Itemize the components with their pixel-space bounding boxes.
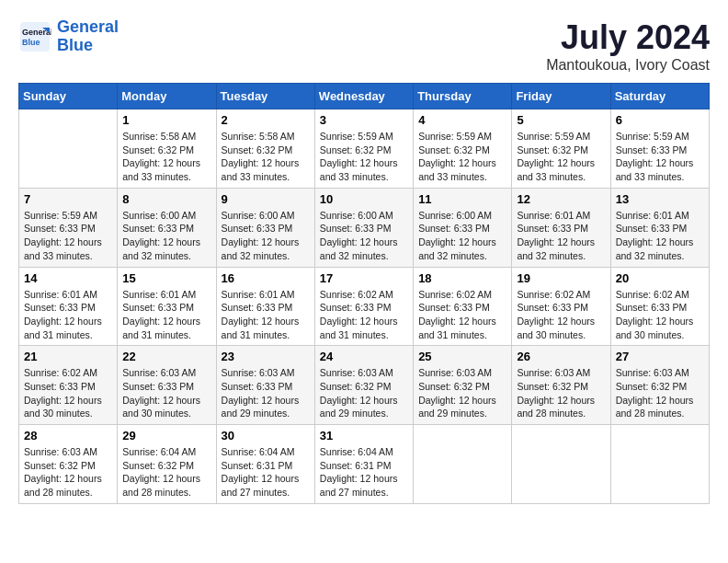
weekday-header: Sunday xyxy=(19,84,118,109)
day-number: 4 xyxy=(418,113,506,127)
day-info: Sunrise: 6:04 AMSunset: 6:32 PMDaylight:… xyxy=(122,445,210,500)
calendar-table: SundayMondayTuesdayWednesdayThursdayFrid… xyxy=(18,83,710,504)
calendar-day-cell xyxy=(610,425,709,504)
weekday-header: Monday xyxy=(118,84,216,109)
weekday-header: Wednesday xyxy=(314,84,413,109)
calendar-day-cell: 3Sunrise: 5:59 AMSunset: 6:32 PMDaylight… xyxy=(314,109,413,189)
day-number: 22 xyxy=(122,350,210,363)
calendar-day-cell: 27Sunrise: 6:03 AMSunset: 6:32 PMDayligh… xyxy=(610,346,709,425)
day-number: 17 xyxy=(320,271,408,285)
day-number: 2 xyxy=(222,113,310,127)
day-number: 21 xyxy=(24,350,112,363)
day-info: Sunrise: 6:01 AMSunset: 6:33 PMDaylight:… xyxy=(24,288,112,342)
weekday-header: Thursday xyxy=(414,84,512,109)
weekday-header-row: SundayMondayTuesdayWednesdayThursdayFrid… xyxy=(19,84,710,109)
day-info: Sunrise: 5:59 AMSunset: 6:33 PMDaylight:… xyxy=(616,130,704,184)
calendar-day-cell: 28Sunrise: 6:03 AMSunset: 6:32 PMDayligh… xyxy=(19,425,118,504)
day-info: Sunrise: 5:59 AMSunset: 6:32 PMDaylight:… xyxy=(517,130,605,184)
calendar-day-cell: 24Sunrise: 6:03 AMSunset: 6:32 PMDayligh… xyxy=(314,346,413,425)
calendar-day-cell: 12Sunrise: 6:01 AMSunset: 6:33 PMDayligh… xyxy=(512,188,610,267)
calendar-day-cell: 2Sunrise: 5:58 AMSunset: 6:32 PMDaylight… xyxy=(216,109,314,189)
calendar-day-cell: 18Sunrise: 6:02 AMSunset: 6:33 PMDayligh… xyxy=(414,267,512,346)
day-info: Sunrise: 6:02 AMSunset: 6:33 PMDaylight:… xyxy=(24,366,112,420)
day-info: Sunrise: 6:03 AMSunset: 6:32 PMDaylight:… xyxy=(418,366,506,420)
day-info: Sunrise: 6:04 AMSunset: 6:31 PMDaylight:… xyxy=(222,445,310,500)
svg-text:Blue: Blue xyxy=(22,38,40,47)
day-info: Sunrise: 6:04 AMSunset: 6:31 PMDaylight:… xyxy=(320,445,408,500)
day-number: 1 xyxy=(122,113,210,127)
day-info: Sunrise: 6:00 AMSunset: 6:33 PMDaylight:… xyxy=(418,209,506,263)
month-title: July 2024 xyxy=(546,18,710,57)
calendar-day-cell: 15Sunrise: 6:01 AMSunset: 6:33 PMDayligh… xyxy=(118,267,216,346)
day-number: 8 xyxy=(122,192,210,206)
calendar-day-cell: 14Sunrise: 6:01 AMSunset: 6:33 PMDayligh… xyxy=(19,267,118,346)
logo: General Blue GeneralBlue xyxy=(18,18,119,55)
day-info: Sunrise: 6:00 AMSunset: 6:33 PMDaylight:… xyxy=(320,209,408,263)
weekday-header: Saturday xyxy=(610,84,709,109)
day-number: 19 xyxy=(517,271,605,285)
day-info: Sunrise: 6:03 AMSunset: 6:33 PMDaylight:… xyxy=(222,366,310,420)
day-info: Sunrise: 5:59 AMSunset: 6:33 PMDaylight:… xyxy=(24,209,112,263)
calendar-day-cell: 26Sunrise: 6:03 AMSunset: 6:32 PMDayligh… xyxy=(512,346,610,425)
calendar-day-cell: 25Sunrise: 6:03 AMSunset: 6:32 PMDayligh… xyxy=(414,346,512,425)
day-info: Sunrise: 6:03 AMSunset: 6:32 PMDaylight:… xyxy=(320,366,408,420)
calendar-day-cell: 20Sunrise: 6:02 AMSunset: 6:33 PMDayligh… xyxy=(610,267,709,346)
day-number: 11 xyxy=(418,192,506,206)
calendar-day-cell: 10Sunrise: 6:00 AMSunset: 6:33 PMDayligh… xyxy=(314,188,413,267)
page-header: General Blue GeneralBlue July 2024 Manto… xyxy=(18,18,710,74)
day-info: Sunrise: 6:03 AMSunset: 6:32 PMDaylight:… xyxy=(517,366,605,420)
day-info: Sunrise: 6:02 AMSunset: 6:33 PMDaylight:… xyxy=(320,288,408,342)
day-info: Sunrise: 5:58 AMSunset: 6:32 PMDaylight:… xyxy=(122,130,210,184)
day-info: Sunrise: 6:00 AMSunset: 6:33 PMDaylight:… xyxy=(122,209,210,263)
calendar-day-cell: 21Sunrise: 6:02 AMSunset: 6:33 PMDayligh… xyxy=(19,346,118,425)
location-title: Mantoukoua, Ivory Coast xyxy=(546,57,710,74)
weekday-header: Friday xyxy=(512,84,610,109)
day-number: 20 xyxy=(616,271,704,285)
day-info: Sunrise: 6:01 AMSunset: 6:33 PMDaylight:… xyxy=(616,209,704,263)
calendar-day-cell xyxy=(19,109,118,189)
day-number: 26 xyxy=(517,350,605,363)
day-number: 18 xyxy=(418,271,506,285)
day-number: 10 xyxy=(320,192,408,206)
day-number: 5 xyxy=(517,113,605,127)
day-info: Sunrise: 6:01 AMSunset: 6:33 PMDaylight:… xyxy=(222,288,310,342)
logo-icon: General Blue xyxy=(18,20,51,53)
day-info: Sunrise: 5:59 AMSunset: 6:32 PMDaylight:… xyxy=(320,130,408,184)
day-number: 7 xyxy=(24,192,112,206)
title-block: July 2024 Mantoukoua, Ivory Coast xyxy=(546,18,710,74)
day-number: 27 xyxy=(616,350,704,363)
day-info: Sunrise: 6:02 AMSunset: 6:33 PMDaylight:… xyxy=(616,288,704,342)
calendar-day-cell: 1Sunrise: 5:58 AMSunset: 6:32 PMDaylight… xyxy=(118,109,216,189)
calendar-week-row: 7Sunrise: 5:59 AMSunset: 6:33 PMDaylight… xyxy=(19,188,710,267)
calendar-day-cell: 6Sunrise: 5:59 AMSunset: 6:33 PMDaylight… xyxy=(610,109,709,189)
calendar-day-cell: 9Sunrise: 6:00 AMSunset: 6:33 PMDaylight… xyxy=(216,188,314,267)
day-number: 31 xyxy=(320,429,408,442)
calendar-day-cell: 7Sunrise: 5:59 AMSunset: 6:33 PMDaylight… xyxy=(19,188,118,267)
calendar-day-cell xyxy=(414,425,512,504)
day-number: 25 xyxy=(418,350,506,363)
day-number: 16 xyxy=(222,271,310,285)
day-info: Sunrise: 6:03 AMSunset: 6:33 PMDaylight:… xyxy=(122,366,210,420)
calendar-week-row: 21Sunrise: 6:02 AMSunset: 6:33 PMDayligh… xyxy=(19,346,710,425)
day-number: 9 xyxy=(222,192,310,206)
day-info: Sunrise: 5:58 AMSunset: 6:32 PMDaylight:… xyxy=(222,130,310,184)
day-number: 14 xyxy=(24,271,112,285)
day-number: 6 xyxy=(616,113,704,127)
svg-rect-0 xyxy=(20,22,50,52)
calendar-day-cell: 19Sunrise: 6:02 AMSunset: 6:33 PMDayligh… xyxy=(512,267,610,346)
calendar-week-row: 14Sunrise: 6:01 AMSunset: 6:33 PMDayligh… xyxy=(19,267,710,346)
calendar-day-cell: 31Sunrise: 6:04 AMSunset: 6:31 PMDayligh… xyxy=(314,425,413,504)
calendar-day-cell: 11Sunrise: 6:00 AMSunset: 6:33 PMDayligh… xyxy=(414,188,512,267)
calendar-day-cell xyxy=(512,425,610,504)
day-number: 30 xyxy=(222,429,310,442)
calendar-day-cell: 30Sunrise: 6:04 AMSunset: 6:31 PMDayligh… xyxy=(216,425,314,504)
calendar-day-cell: 22Sunrise: 6:03 AMSunset: 6:33 PMDayligh… xyxy=(118,346,216,425)
calendar-day-cell: 5Sunrise: 5:59 AMSunset: 6:32 PMDaylight… xyxy=(512,109,610,189)
day-number: 23 xyxy=(222,350,310,363)
calendar-day-cell: 29Sunrise: 6:04 AMSunset: 6:32 PMDayligh… xyxy=(118,425,216,504)
day-info: Sunrise: 6:02 AMSunset: 6:33 PMDaylight:… xyxy=(517,288,605,342)
calendar-day-cell: 23Sunrise: 6:03 AMSunset: 6:33 PMDayligh… xyxy=(216,346,314,425)
calendar-day-cell: 8Sunrise: 6:00 AMSunset: 6:33 PMDaylight… xyxy=(118,188,216,267)
calendar-day-cell: 4Sunrise: 5:59 AMSunset: 6:32 PMDaylight… xyxy=(414,109,512,189)
calendar-day-cell: 13Sunrise: 6:01 AMSunset: 6:33 PMDayligh… xyxy=(610,188,709,267)
